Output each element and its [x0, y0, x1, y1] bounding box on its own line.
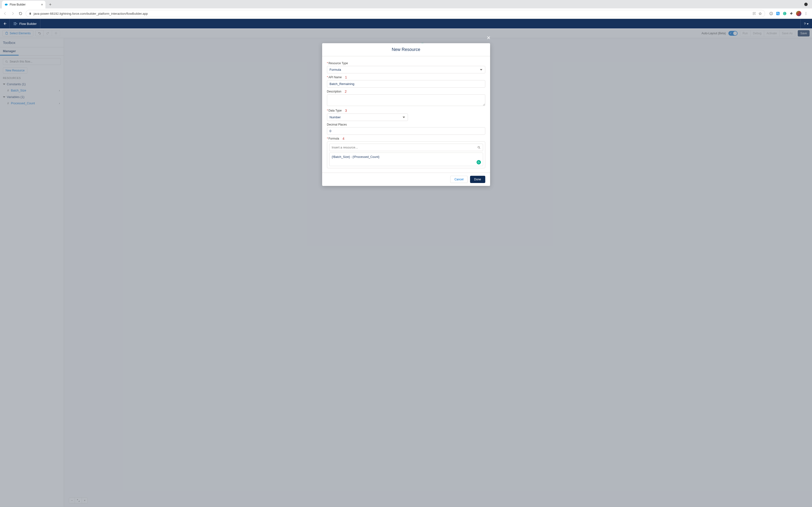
- nav-forward-button[interactable]: [10, 11, 15, 16]
- api-name-label: *API Name1: [327, 75, 485, 79]
- qr-icon[interactable]: [753, 12, 756, 15]
- app-title-area: Flow Builder: [10, 19, 40, 29]
- callout-4: 4: [343, 137, 344, 140]
- description-label: Description2: [327, 90, 485, 94]
- app-title: Flow Builder: [19, 22, 37, 25]
- profile-dot-icon[interactable]: [804, 3, 808, 6]
- data-type-label: *Data Type3: [327, 109, 485, 113]
- callout-1: 1: [345, 75, 347, 79]
- svg-point-14: [15, 22, 16, 23]
- browser-chrome: Flow Builder × + java-power-66192.lightn…: [0, 0, 812, 19]
- callout-2: 2: [345, 90, 347, 94]
- svg-rect-0: [753, 12, 754, 13]
- formula-label: *Formula4: [327, 137, 485, 140]
- address-row: java-power-66192.lightning.force.com/bui…: [0, 8, 812, 19]
- svg-rect-8: [776, 12, 779, 15]
- nav-back-button[interactable]: [2, 11, 8, 16]
- svg-point-16: [15, 24, 16, 25]
- svg-rect-1: [755, 12, 755, 13]
- address-bar[interactable]: java-power-66192.lightning.force.com/bui…: [26, 10, 765, 17]
- app-back-button[interactable]: [0, 19, 10, 29]
- grammarly-icon[interactable]: [782, 11, 787, 16]
- arrow-left-icon: [3, 12, 7, 15]
- formula-textarea[interactable]: {!Batch_Size} - {!Processed_Count} G: [329, 153, 483, 166]
- url-text: java-power-66192.lightning.force.com/bui…: [34, 12, 148, 15]
- resource-lookup[interactable]: [329, 144, 483, 151]
- decimal-places-input[interactable]: [327, 127, 485, 135]
- svg-point-11: [806, 12, 806, 12]
- data-type-select[interactable]: Number: [327, 113, 408, 121]
- modal-close-button[interactable]: ×: [487, 34, 490, 42]
- modal-footer: Cancel Done: [322, 173, 490, 186]
- tab-title: Flow Builder: [10, 3, 26, 6]
- search-ext-icon[interactable]: [776, 11, 780, 16]
- search-icon: [477, 146, 481, 149]
- resource-lookup-input[interactable]: [329, 144, 483, 151]
- modal-title: New Resource: [322, 43, 490, 56]
- resource-type-select[interactable]: Formula: [327, 66, 485, 73]
- lock-icon: [29, 12, 32, 15]
- svg-point-15: [16, 23, 17, 24]
- new-tab-button[interactable]: +: [47, 1, 54, 8]
- done-button[interactable]: Done: [470, 176, 485, 183]
- svg-point-21: [478, 146, 479, 148]
- decimal-places-label: Decimal Places: [327, 123, 485, 126]
- star-icon[interactable]: [758, 12, 762, 15]
- browser-tab[interactable]: Flow Builder ×: [2, 1, 45, 8]
- flow-builder-icon: [13, 21, 17, 26]
- overlay-scope: × New Resource *Resource Type Formula *A…: [0, 29, 812, 507]
- tab-strip: Flow Builder × +: [0, 0, 812, 8]
- api-name-input[interactable]: [327, 80, 485, 88]
- svg-point-12: [806, 13, 806, 14]
- nav-reload-button[interactable]: [18, 11, 23, 16]
- app-header: Flow Builder ?: [0, 19, 812, 29]
- description-textarea[interactable]: [327, 95, 485, 106]
- extension-icons: [767, 11, 810, 16]
- help-label: ?: [804, 22, 809, 25]
- svg-point-13: [806, 14, 806, 15]
- user-avatar[interactable]: [796, 11, 801, 16]
- app-help-menu[interactable]: ?: [800, 19, 812, 29]
- modal-body: *Resource Type Formula *API Name1 Descri…: [322, 56, 490, 173]
- cancel-button[interactable]: Cancel: [450, 176, 467, 183]
- arrow-left-icon: [3, 22, 7, 25]
- svg-rect-3: [755, 14, 755, 14]
- svg-point-6: [771, 13, 771, 13]
- callout-3: 3: [345, 109, 347, 113]
- svg-rect-2: [753, 14, 754, 15]
- more-icon[interactable]: [804, 11, 808, 16]
- reload-icon: [18, 12, 22, 15]
- salesforce-cloud-icon: [4, 3, 8, 6]
- svg-rect-4: [755, 14, 756, 15]
- arrow-right-icon: [11, 12, 15, 15]
- extensions-icon[interactable]: [789, 11, 794, 16]
- modal-overlay[interactable]: × New Resource *Resource Type Formula *A…: [0, 29, 812, 507]
- info-icon[interactable]: [769, 11, 773, 16]
- resource-type-label: *Resource Type: [327, 62, 485, 65]
- grammarly-badge-icon: G: [476, 160, 481, 164]
- formula-section: {!Batch_Size} - {!Processed_Count} G: [327, 142, 485, 168]
- new-resource-modal: × New Resource *Resource Type Formula *A…: [322, 43, 490, 186]
- tab-close-icon[interactable]: ×: [41, 3, 43, 6]
- svg-point-10: [783, 12, 786, 15]
